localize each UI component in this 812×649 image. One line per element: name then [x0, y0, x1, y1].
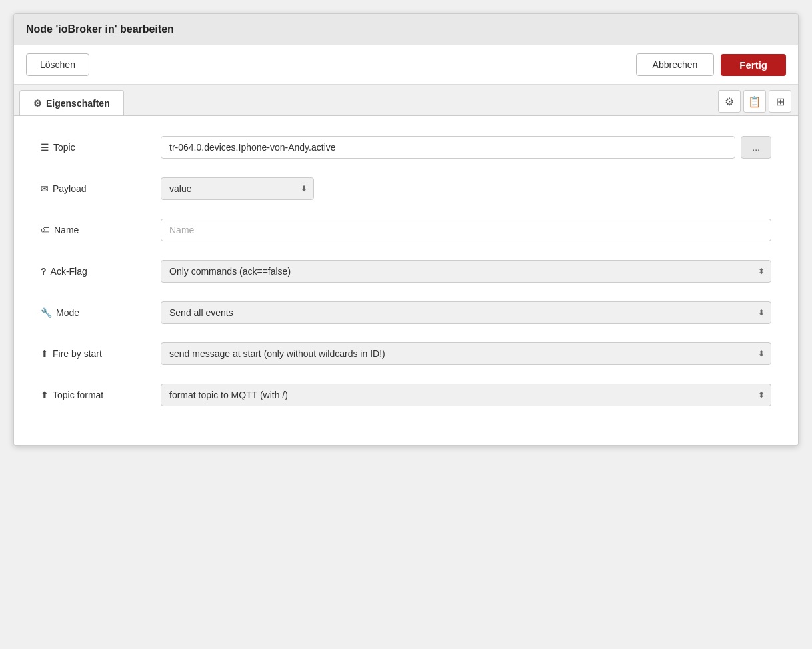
topic-control: ... — [161, 136, 771, 159]
layout-tab-icon: ⊞ — [776, 95, 785, 108]
ackflag-icon: ? — [41, 266, 47, 277]
topicformat-icon: ⬆ — [41, 390, 49, 400]
name-icon: 🏷 — [41, 225, 50, 235]
tabs-area: ⚙ Eigenschaften ⚙ 📋 ⊞ — [14, 85, 798, 116]
ackflag-row: ? Ack-Flag Only commands (ack==false) Al… — [41, 260, 771, 283]
firebstart-icon: ⬆ — [41, 348, 49, 359]
ackflag-select-wrapper: Only commands (ack==false) All changes (… — [161, 260, 771, 283]
mode-select-wrapper: Send all events Send only changed values… — [161, 301, 771, 324]
done-button[interactable]: Fertig — [721, 54, 786, 76]
payload-select-wrapper: value value (string) value (number) valu… — [161, 177, 314, 200]
payload-control: value value (string) value (number) valu… — [161, 177, 771, 200]
mode-select[interactable]: Send all events Send only changed values… — [161, 301, 771, 324]
mode-label: 🔧 Mode — [41, 307, 161, 318]
form-area: ☰ Topic ... ✉ Payload value value (strin… — [14, 116, 798, 445]
tab-properties-label: Eigenschaften — [46, 98, 110, 109]
topic-input[interactable] — [161, 136, 735, 159]
doc-tab-btn[interactable]: 📋 — [743, 90, 766, 113]
firebstart-select[interactable]: send message at start (only without wild… — [161, 342, 771, 365]
ackflag-control: Only commands (ack==false) All changes (… — [161, 260, 771, 283]
name-input[interactable] — [161, 219, 771, 241]
firebstart-control: send message at start (only without wild… — [161, 342, 771, 365]
topic-ellipsis-button[interactable]: ... — [741, 136, 771, 159]
topic-icon: ☰ — [41, 142, 49, 153]
payload-icon: ✉ — [41, 183, 49, 194]
mode-icon: 🔧 — [41, 307, 52, 318]
name-label: 🏷 Name — [41, 225, 161, 235]
dialog-header: Node 'ioBroker in' bearbeiten — [14, 14, 798, 45]
topicformat-select[interactable]: format topic to MQTT (with /) use ioBrok… — [161, 384, 771, 406]
payload-row: ✉ Payload value value (string) value (nu… — [41, 177, 771, 200]
topic-row: ☰ Topic ... — [41, 136, 771, 159]
cancel-button[interactable]: Abbrechen — [636, 53, 715, 76]
gear-icon: ⚙ — [33, 98, 42, 109]
topicformat-select-wrapper: format topic to MQTT (with /) use ioBrok… — [161, 384, 771, 406]
payload-label: ✉ Payload — [41, 183, 161, 194]
mode-control: Send all events Send only changed values… — [161, 301, 771, 324]
topicformat-label: ⬆ Topic format — [41, 390, 161, 400]
ackflag-label: ? Ack-Flag — [41, 266, 161, 277]
topicformat-control: format topic to MQTT (with /) use ioBrok… — [161, 384, 771, 406]
dialog-container: Node 'ioBroker in' bearbeiten Löschen Ab… — [13, 13, 799, 446]
tab-properties[interactable]: ⚙ Eigenschaften — [19, 90, 124, 115]
topic-label: ☰ Topic — [41, 142, 161, 153]
tab-toolbar: ⚙ 📋 ⊞ — [711, 90, 798, 115]
name-row: 🏷 Name — [41, 219, 771, 241]
mode-row: 🔧 Mode Send all events Send only changed… — [41, 301, 771, 324]
firebstart-select-wrapper: send message at start (only without wild… — [161, 342, 771, 365]
payload-select[interactable]: value value (string) value (number) valu… — [161, 177, 314, 200]
doc-tab-icon: 📋 — [748, 95, 761, 108]
delete-button[interactable]: Löschen — [26, 53, 89, 76]
dialog-title: Node 'ioBroker in' bearbeiten — [26, 23, 786, 35]
dialog-toolbar: Löschen Abbrechen Fertig — [14, 45, 798, 85]
layout-tab-btn[interactable]: ⊞ — [769, 90, 791, 113]
topicformat-row: ⬆ Topic format format topic to MQTT (wit… — [41, 384, 771, 406]
name-control — [161, 219, 771, 241]
ackflag-select[interactable]: Only commands (ack==false) All changes (… — [161, 260, 771, 283]
firebstart-label: ⬆ Fire by start — [41, 348, 161, 359]
gear-tab-icon: ⚙ — [725, 95, 734, 108]
firebstart-row: ⬆ Fire by start send message at start (o… — [41, 342, 771, 365]
properties-tab-btn[interactable]: ⚙ — [718, 90, 741, 113]
